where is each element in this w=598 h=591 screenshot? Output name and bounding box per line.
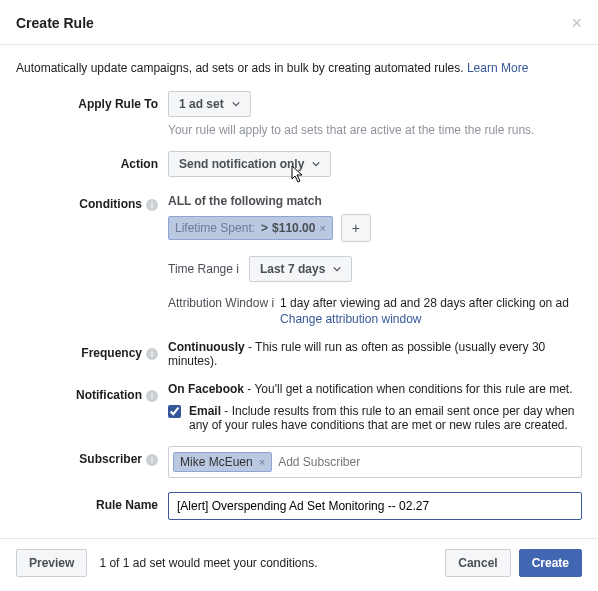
row-apply-rule-to: Apply Rule To 1 ad set Your rule will ap… bbox=[16, 91, 582, 137]
caret-down-icon bbox=[312, 160, 320, 168]
remove-subscriber-icon[interactable]: × bbox=[259, 456, 265, 468]
intro-copy: Automatically update campaigns, ad sets … bbox=[16, 61, 464, 75]
row-subscriber: Subscriberi Mike McEuen × bbox=[16, 446, 582, 478]
modal-title: Create Rule bbox=[16, 15, 94, 31]
intro-text: Automatically update campaigns, ad sets … bbox=[16, 61, 582, 75]
row-notification: Notificationi On Facebook - You'll get a… bbox=[16, 382, 582, 432]
info-icon[interactable]: i bbox=[146, 199, 158, 211]
condition-value: $110.00 bbox=[272, 221, 315, 235]
create-rule-modal: Create Rule × Automatically update campa… bbox=[0, 0, 598, 587]
notification-email-text: Email - Include results from this rule t… bbox=[189, 404, 582, 432]
apply-rule-to-dropdown[interactable]: 1 ad set bbox=[168, 91, 251, 117]
remove-condition-icon[interactable]: × bbox=[319, 222, 325, 234]
apply-rule-to-value: 1 ad set bbox=[179, 97, 224, 111]
attribution-row: Attribution Window i 1 day after viewing… bbox=[168, 296, 582, 326]
subscriber-input[interactable] bbox=[276, 452, 577, 472]
modal-header: Create Rule × bbox=[0, 0, 598, 45]
frequency-text: Continuously - This rule will run as oft… bbox=[168, 340, 582, 368]
label-subscriber: Subscriberi bbox=[16, 446, 168, 466]
footer-status: 1 of 1 ad set would meet your conditions… bbox=[99, 556, 445, 570]
row-conditions: Conditionsi ALL of the following match L… bbox=[16, 191, 582, 326]
row-action: Action Send notification only bbox=[16, 151, 582, 177]
condition-field: Lifetime Spent: bbox=[175, 221, 255, 235]
row-rule-name: Rule Name bbox=[16, 492, 582, 520]
close-icon[interactable]: × bbox=[571, 14, 582, 32]
subscriber-input-wrap[interactable]: Mike McEuen × bbox=[168, 446, 582, 478]
caret-down-icon bbox=[333, 265, 341, 273]
preview-button[interactable]: Preview bbox=[16, 549, 87, 577]
time-range-row: Time Range i Last 7 days bbox=[168, 256, 582, 282]
conditions-match-text: ALL of the following match bbox=[168, 191, 582, 208]
learn-more-link[interactable]: Learn More bbox=[467, 61, 528, 75]
info-icon[interactable]: i bbox=[146, 348, 158, 360]
label-notification: Notificationi bbox=[16, 382, 168, 402]
label-frequency: Frequencyi bbox=[16, 340, 168, 360]
rule-name-input[interactable] bbox=[168, 492, 582, 520]
info-icon[interactable]: i bbox=[271, 296, 274, 310]
change-attribution-link[interactable]: Change attribution window bbox=[280, 312, 569, 326]
attribution-text: 1 day after viewing ad and 28 days after… bbox=[280, 296, 569, 310]
modal-footer: Preview 1 of 1 ad set would meet your co… bbox=[0, 538, 598, 587]
time-range-dropdown[interactable]: Last 7 days bbox=[249, 256, 352, 282]
label-conditions: Conditionsi bbox=[16, 191, 168, 211]
attribution-label: Attribution Window i bbox=[168, 296, 274, 310]
label-apply-rule-to: Apply Rule To bbox=[16, 91, 168, 111]
info-icon[interactable]: i bbox=[236, 262, 239, 276]
time-range-value: Last 7 days bbox=[260, 262, 325, 276]
label-rule-name: Rule Name bbox=[16, 492, 168, 512]
action-dropdown[interactable]: Send notification only bbox=[168, 151, 331, 177]
subscriber-token[interactable]: Mike McEuen × bbox=[173, 452, 272, 472]
create-button[interactable]: Create bbox=[519, 549, 582, 577]
email-checkbox[interactable] bbox=[168, 405, 181, 418]
info-icon[interactable]: i bbox=[146, 454, 158, 466]
condition-op: > bbox=[261, 221, 268, 235]
cancel-button[interactable]: Cancel bbox=[445, 549, 510, 577]
info-icon[interactable]: i bbox=[146, 390, 158, 402]
action-value: Send notification only bbox=[179, 157, 304, 171]
time-range-label: Time Range i bbox=[168, 262, 239, 276]
add-condition-button[interactable]: + bbox=[341, 214, 371, 242]
row-frequency: Frequencyi Continuously - This rule will… bbox=[16, 340, 582, 368]
notification-email-row: Email - Include results from this rule t… bbox=[168, 404, 582, 432]
apply-rule-to-hint: Your rule will apply to ad sets that are… bbox=[168, 123, 582, 137]
caret-down-icon bbox=[232, 100, 240, 108]
modal-body: Automatically update campaigns, ad sets … bbox=[0, 45, 598, 538]
label-action: Action bbox=[16, 151, 168, 171]
notification-facebook-text: On Facebook - You'll get a notification … bbox=[168, 382, 582, 396]
condition-chip[interactable]: Lifetime Spent: > $110.00 × bbox=[168, 216, 333, 240]
